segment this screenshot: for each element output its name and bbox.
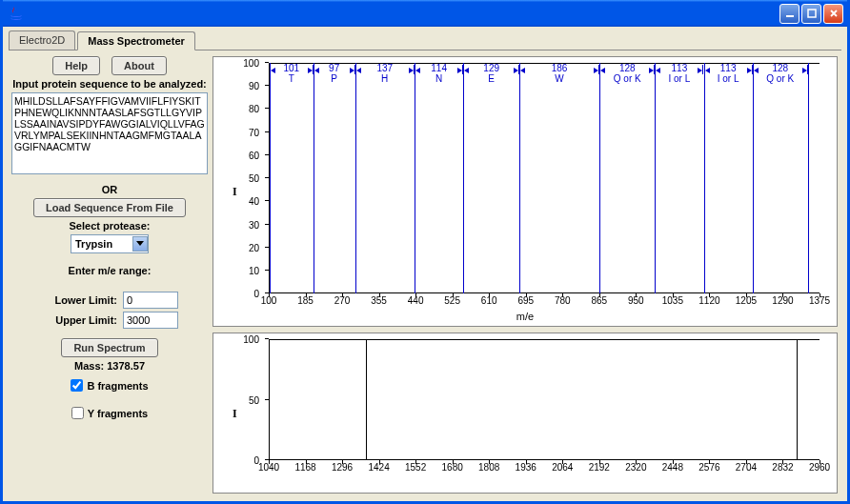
x-axis-label: m/e — [516, 311, 534, 322]
close-button[interactable] — [823, 4, 843, 24]
protease-value: Trypsin — [75, 238, 131, 250]
load-sequence-button[interactable]: Load Sequence From File — [33, 198, 186, 217]
plots-panel: I 0102030405060708090100 101T97P137H114N… — [211, 54, 841, 495]
upper-limit-input[interactable] — [123, 312, 178, 329]
left-panel: Help About Input protein sequence to be … — [9, 54, 211, 495]
help-button[interactable]: Help — [52, 56, 100, 75]
or-label: OR — [102, 184, 118, 195]
y-fragments-label: Y fragments — [88, 408, 148, 419]
lower-limit-label: Lower Limit: — [41, 294, 117, 306]
tab-electro2d[interactable]: Electro2D — [9, 30, 75, 50]
input-sequence-label: Input protein sequence to be analyzed: — [12, 78, 207, 90]
tab-mass-spectrometer[interactable]: Mass Spectrometer — [77, 31, 195, 50]
dropdown-icon[interactable] — [132, 236, 148, 252]
svg-rect-0 — [786, 15, 794, 17]
y-fragments-checkbox[interactable] — [71, 407, 84, 419]
lower-limit-input[interactable] — [123, 292, 178, 309]
titlebar — [3, 0, 847, 27]
b-fragments-label: B fragments — [87, 380, 148, 392]
about-button[interactable]: About — [111, 56, 167, 75]
run-spectrum-button[interactable]: Run Spectrum — [61, 338, 157, 357]
minimize-button[interactable] — [779, 4, 799, 24]
maximize-button[interactable] — [801, 4, 821, 24]
svg-rect-1 — [808, 10, 816, 17]
select-protease-label: Select protease: — [70, 220, 151, 232]
enter-me-label: Enter m/e range: — [69, 265, 152, 276]
upper-limit-label: Upper Limit: — [41, 314, 117, 326]
full-spectrum-plot: I 050100 1040116812961424155216801808193… — [212, 333, 838, 494]
tabs: Electro2D Mass Spectrometer — [3, 27, 847, 50]
b-fragments-checkbox[interactable] — [71, 379, 83, 392]
fragment-spectrum-plot: I 0102030405060708090100 101T97P137H114N… — [212, 56, 838, 327]
sequence-input[interactable]: MHILDSLLAFSAYFFIGVAMVIIFLFIYSKITPHNEWQLI… — [11, 92, 208, 174]
mass-output-label: Mass: 1378.57 — [74, 360, 145, 372]
protease-select[interactable]: Trypsin — [71, 234, 149, 253]
java-icon — [9, 6, 24, 21]
